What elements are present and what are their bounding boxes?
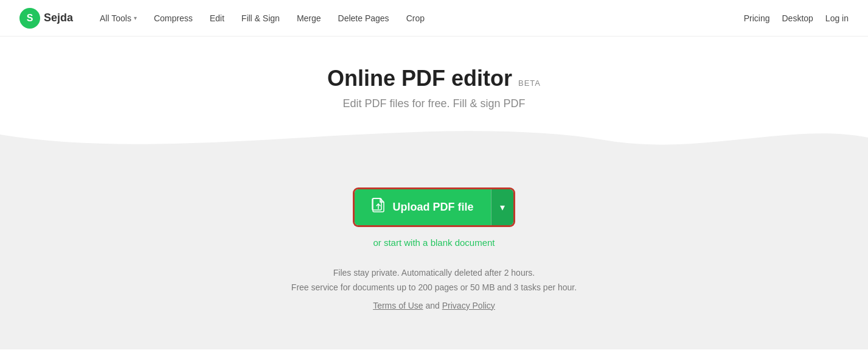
nav-item-merge[interactable]: Merge bbox=[290, 9, 328, 28]
logo[interactable]: S Sejda bbox=[19, 8, 73, 29]
privacy-policy-link[interactable]: Privacy Policy bbox=[442, 301, 495, 310]
pdf-upload-icon bbox=[372, 198, 385, 217]
nav-right-item-log-in[interactable]: Log in bbox=[825, 13, 849, 23]
logo-icon: S bbox=[19, 8, 40, 29]
nav-item-edit[interactable]: Edit bbox=[203, 9, 232, 28]
hero-subtitle: Edit PDF files for free. Fill & sign PDF bbox=[12, 97, 856, 110]
navbar: S Sejda All Tools▾CompressEditFill & Sig… bbox=[0, 0, 868, 37]
nav-item-crop[interactable]: Crop bbox=[399, 9, 432, 28]
hero-title: Online PDF editor bbox=[327, 66, 512, 91]
nav-links: All Tools▾CompressEditFill & SignMergeDe… bbox=[92, 9, 744, 28]
wave-top bbox=[0, 110, 868, 159]
chevron-down-icon: ▾ bbox=[500, 201, 505, 213]
upload-button-label: Upload PDF file bbox=[392, 201, 473, 214]
nav-item-fill-and-sign[interactable]: Fill & Sign bbox=[234, 9, 287, 28]
nav-item-delete-pages[interactable]: Delete Pages bbox=[331, 9, 397, 28]
info-line-2: Free service for documents up to 200 pag… bbox=[12, 281, 856, 295]
hero-section: Online PDF editor BETA Edit PDF files fo… bbox=[0, 37, 868, 110]
nav-right-item-pricing[interactable]: Pricing bbox=[744, 13, 770, 23]
upload-dropdown-button[interactable]: ▾ bbox=[491, 189, 513, 225]
nav-right-item-desktop[interactable]: Desktop bbox=[782, 13, 813, 23]
nav-right: PricingDesktopLog in bbox=[744, 13, 849, 23]
hero-title-wrapper: Online PDF editor BETA bbox=[327, 66, 541, 91]
info-line-1: Files stay private. Automatically delete… bbox=[12, 266, 856, 281]
chevron-down-icon: ▾ bbox=[134, 15, 137, 21]
upload-button-wrapper: Upload PDF file ▾ bbox=[355, 189, 513, 225]
wave-content: Upload PDF file ▾ or start with a blank … bbox=[0, 159, 868, 349]
logo-text: Sejda bbox=[44, 12, 73, 24]
nav-item-compress[interactable]: Compress bbox=[147, 9, 200, 28]
terms-of-use-link[interactable]: Terms of Use bbox=[373, 301, 423, 310]
blank-document-link[interactable]: or start with a blank document bbox=[12, 237, 856, 248]
nav-item-all-tools[interactable]: All Tools▾ bbox=[92, 9, 144, 28]
beta-badge: BETA bbox=[518, 79, 541, 88]
and-text: and bbox=[425, 301, 439, 310]
upload-pdf-button[interactable]: Upload PDF file bbox=[355, 189, 490, 225]
wave-section: Upload PDF file ▾ or start with a blank … bbox=[0, 110, 868, 349]
info-text: Files stay private. Automatically delete… bbox=[12, 266, 856, 313]
legal-links: Terms of Use and Privacy Policy bbox=[12, 299, 856, 313]
